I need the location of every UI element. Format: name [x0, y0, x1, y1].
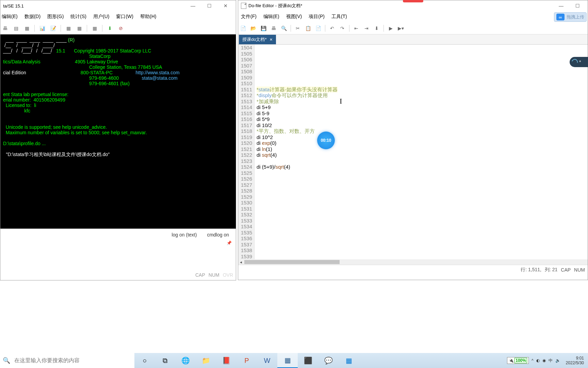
minimize-button[interactable]: —: [188, 2, 198, 9]
maximize-button[interactable]: ☐: [205, 2, 214, 9]
clock-date: 2022/5/30: [566, 361, 584, 365]
indent-right-icon[interactable]: ⇥: [363, 25, 370, 32]
obs-icon[interactable]: ⬛: [298, 353, 318, 368]
menu-edit[interactable]: 编辑(E): [2, 14, 18, 20]
do-icon[interactable]: 📝: [50, 25, 56, 32]
taskbar-search[interactable]: 🔍: [0, 353, 134, 368]
stata-results-panel[interactable]: ___ ____ ____ ____ ____ (R) /__ / ____/ …: [0, 34, 236, 229]
stata-bottom-links: log on (text) cmdlog on: [0, 229, 236, 241]
ovr-indicator: OVR: [223, 272, 233, 278]
task-view-icon[interactable]: ⧉: [155, 353, 175, 368]
menu-user[interactable]: 用户(U): [93, 14, 109, 20]
do-icon[interactable]: ▶▾: [397, 25, 404, 32]
dofile-menu-bar: 文件(F) 编辑(E) 视图(V) 项目(P) 工具(T): [238, 11, 588, 22]
stata-app-icon[interactable]: ▦: [277, 353, 298, 368]
variables-icon[interactable]: ▦: [91, 25, 98, 32]
dofile-editor-window: Do-file Editor - 授课do文档* — ☐ 文件(F) 编辑(E)…: [238, 0, 588, 280]
window-controls: — ☐: [556, 2, 582, 9]
save-icon[interactable]: 💾: [260, 25, 267, 32]
windows-taskbar: 🔍 ○ ⧉ 🌐 📁 📕 P W ▦ ⬛ 💬 ▦ 🔌 100% ^ ◐ ◉ 中 🔉…: [0, 353, 588, 368]
paste-icon[interactable]: 📄: [315, 25, 322, 32]
tray-app-2-icon[interactable]: ◉: [542, 358, 546, 363]
menu-graph[interactable]: 图形(G): [47, 14, 64, 20]
file-explorer-icon[interactable]: 📁: [196, 353, 216, 368]
stata-toolbar: 🖶 ▤ ▦ 📊 📝 ▦ ▦ ▦ ⬇ ⊘: [0, 22, 236, 34]
clock-time: 9:01: [566, 356, 584, 361]
recording-timer-badge[interactable]: 00:10: [317, 132, 335, 149]
log-icon[interactable]: ▤: [13, 25, 19, 32]
code-editor-area[interactable]: 1504150515061507150815091510151115121513…: [238, 45, 588, 259]
dofile-tab-strip: 授课do文档* ✕: [238, 34, 588, 45]
data-editor-icon[interactable]: ▦: [65, 25, 72, 32]
stata-menu-bar: 编辑(E) 数据(D) 图形(G) 统计(S) 用户(U) 窗口(W) 帮助(H…: [0, 11, 236, 22]
powerpoint-icon[interactable]: P: [236, 353, 257, 368]
menu-project[interactable]: 项目(P): [309, 14, 325, 20]
battery-percent: 100%: [514, 358, 527, 363]
menu-data[interactable]: 数据(D): [24, 14, 40, 20]
cut-icon[interactable]: ✂: [294, 25, 301, 32]
cap-indicator: CAP: [195, 272, 205, 278]
tab-label: 授课do文档*: [242, 36, 267, 43]
copy-icon[interactable]: 📋: [305, 25, 311, 32]
viewer-icon[interactable]: ▦: [23, 25, 30, 32]
cloud-upload-label: 拖拽上传: [567, 14, 584, 20]
minimize-button[interactable]: —: [556, 2, 566, 9]
menu-window[interactable]: 窗口(W): [116, 14, 133, 20]
ime-icon[interactable]: 中: [549, 358, 553, 364]
calculator-icon[interactable]: ▦: [339, 353, 359, 368]
tray-app-1-icon[interactable]: ◐: [536, 358, 540, 363]
menu-statistics[interactable]: 统计(S): [70, 14, 86, 20]
tray-expand-icon[interactable]: ^: [532, 358, 534, 363]
menu-help[interactable]: 帮助(H): [140, 14, 156, 20]
run-icon[interactable]: ▶: [387, 25, 394, 32]
undo-icon[interactable]: ↶: [329, 25, 336, 32]
stata-titlebar: ta/SE 15.1 — ☐ ✕: [0, 0, 236, 11]
dofile-status-bar: 行: 1,511, 列: 21 CAP NUM: [238, 265, 588, 274]
horizontal-scrollbar[interactable]: ◄: [238, 259, 588, 265]
edge-icon[interactable]: 🌐: [175, 353, 196, 368]
clock[interactable]: 9:01 2022/5/30: [563, 356, 587, 365]
indent-left-icon[interactable]: ⇤: [353, 25, 360, 32]
pdf-app-icon[interactable]: 📕: [216, 353, 236, 368]
bookmark-icon[interactable]: ⬇: [373, 25, 380, 32]
wechat-icon[interactable]: 💬: [318, 353, 339, 368]
word-icon[interactable]: W: [257, 353, 277, 368]
pin-bar: 📌: [0, 241, 236, 247]
cap-indicator: CAP: [561, 267, 571, 273]
close-button[interactable]: ✕: [221, 2, 230, 9]
scrollbar-thumb[interactable]: [244, 260, 340, 264]
continue-icon[interactable]: ⬇: [107, 25, 113, 32]
find-icon[interactable]: 🔍: [280, 25, 287, 32]
volume-icon[interactable]: 🔉: [555, 358, 560, 363]
battery-indicator[interactable]: 🔌 100%: [507, 357, 529, 364]
cortana-icon[interactable]: ○: [134, 353, 155, 368]
window-controls: — ☐ ✕: [188, 2, 230, 9]
print-icon[interactable]: 🖶: [2, 25, 9, 32]
tab-active-document[interactable]: 授课do文档* ✕: [239, 35, 276, 44]
data-browser-icon[interactable]: ▦: [76, 25, 83, 32]
cmdlog-on-link[interactable]: cmdlog on: [207, 232, 229, 237]
redo-icon[interactable]: ↷: [339, 25, 346, 32]
cloud-icon: ∞: [556, 14, 565, 20]
logon-text-link[interactable]: log on (text): [172, 232, 197, 237]
stata-title-text: ta/SE 15.1: [3, 3, 188, 9]
print-icon[interactable]: 🖶: [270, 25, 277, 32]
graph-icon[interactable]: 📊: [39, 25, 46, 32]
num-indicator: NUM: [209, 272, 219, 278]
menu-file[interactable]: 文件(F): [241, 14, 257, 20]
pin-icon[interactable]: 📌: [227, 241, 232, 247]
new-icon[interactable]: 📄: [240, 25, 246, 32]
cloud-upload-widget[interactable]: ∞ 拖拽上传: [554, 12, 587, 22]
break-icon[interactable]: ⊘: [117, 25, 124, 32]
menu-edit[interactable]: 编辑(E): [263, 14, 279, 20]
scroll-left-icon[interactable]: ◄: [238, 259, 244, 265]
dofile-title-text: Do-file Editor - 授课do文档*: [248, 3, 556, 9]
code-content[interactable]: *stata计算器-如果你手头没有计算器 *disply命令可以作为计算器使用 …: [255, 45, 588, 259]
open-icon[interactable]: 📂: [250, 25, 257, 32]
menu-view[interactable]: 视图(V): [286, 14, 302, 20]
menu-tools[interactable]: 工具(T): [331, 14, 347, 20]
search-input[interactable]: [14, 357, 134, 364]
maximize-button[interactable]: ☐: [573, 2, 582, 9]
side-assistant-tab[interactable]: *: [570, 57, 588, 67]
tab-close-icon[interactable]: ✕: [270, 37, 273, 42]
